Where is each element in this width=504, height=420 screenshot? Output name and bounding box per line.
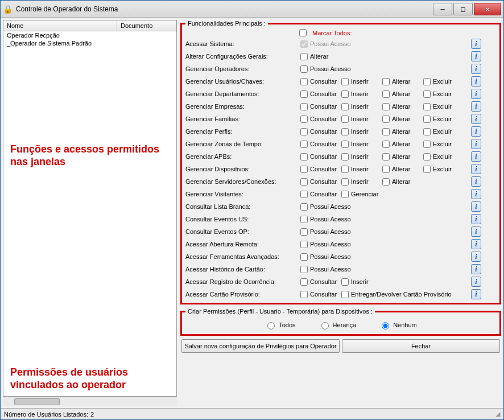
check-inserir[interactable]: Inserir <box>341 166 381 173</box>
info-icon[interactable]: i <box>471 114 481 124</box>
check-inserir[interactable]: Inserir <box>341 78 381 85</box>
info-icon[interactable]: i <box>471 277 481 287</box>
row-label: Acessar Abertura Remota: <box>185 240 299 249</box>
info-icon[interactable]: i <box>471 101 481 112</box>
check-consultar[interactable]: Consultar <box>300 278 340 286</box>
check-possui-acesso[interactable]: Possui Acesso <box>300 228 463 236</box>
check-excluir[interactable]: Excluir <box>423 78 463 85</box>
check-consultar[interactable]: Consultar <box>300 291 340 298</box>
resize-grip-icon[interactable]: ◢ <box>495 410 500 418</box>
check-consultar[interactable]: Consultar <box>300 191 340 198</box>
check-alterar[interactable]: Alterar <box>382 141 422 148</box>
info-icon[interactable]: i <box>471 51 481 61</box>
button-row: Salvar nova configuração de Privilégios … <box>180 339 501 353</box>
maximize-button[interactable]: □ <box>453 3 473 15</box>
list-item[interactable]: Operador Recpção <box>3 31 176 39</box>
right-pane: Funcionalidades Principais : Marcar Todo… <box>180 20 501 406</box>
info-icon[interactable]: i <box>471 89 481 99</box>
info-icon[interactable]: i <box>471 227 481 237</box>
check-possui-acesso[interactable]: Possui Acesso <box>300 203 463 211</box>
check-inserir[interactable]: Inserir <box>341 90 381 98</box>
check-alterar[interactable]: Alterar <box>382 128 422 135</box>
check-excluir[interactable]: Excluir <box>423 153 463 160</box>
check-possui-acesso: Possui Acesso <box>300 40 463 48</box>
check-consultar[interactable]: Consultar <box>300 128 340 135</box>
check-alterar[interactable]: Alterar <box>382 166 422 173</box>
radio-heranca[interactable]: Herança <box>319 320 357 330</box>
check-possui-acesso[interactable]: Possui Acesso <box>300 216 463 223</box>
col-header-documento[interactable]: Documento <box>117 20 176 31</box>
check-inserir[interactable]: Inserir <box>341 103 381 110</box>
list-item[interactable]: _Operador de Sistema Padrão <box>3 39 176 47</box>
horizontal-scrollbar[interactable] <box>3 397 177 406</box>
check-alterar[interactable]: Alterar <box>382 116 422 123</box>
check-alterar[interactable]: Alterar <box>382 178 422 186</box>
info-icon[interactable]: i <box>471 289 481 299</box>
info-icon[interactable]: i <box>471 76 481 87</box>
check-alterar[interactable]: Alterar <box>300 53 463 60</box>
check-consultar[interactable]: Consultar <box>300 90 340 98</box>
check-inserir[interactable]: Inserir <box>341 153 381 160</box>
check-inserir[interactable]: Inserir <box>341 116 381 123</box>
info-icon[interactable]: i <box>471 189 481 199</box>
check-gerenciar[interactable]: Gerenciar <box>341 191 463 198</box>
check-consultar[interactable]: Consultar <box>300 116 340 123</box>
info-icon[interactable]: i <box>471 64 481 74</box>
close-button[interactable]: ✕ <box>474 3 501 15</box>
row-label: Acessar Sistema: <box>185 39 299 48</box>
info-icon[interactable]: i <box>471 39 481 49</box>
check-excluir[interactable]: Excluir <box>423 103 463 110</box>
radio-nenhum[interactable]: Nenhum <box>379 320 417 330</box>
info-icon[interactable]: i <box>471 252 481 262</box>
check-alterar[interactable]: Alterar <box>382 103 422 110</box>
check-inserir[interactable]: Inserir <box>341 141 381 148</box>
close-dialog-button[interactable]: Fechar <box>342 339 500 353</box>
check-inserir[interactable]: Inserir <box>341 178 381 186</box>
check-excluir[interactable]: Excluir <box>423 116 463 123</box>
row-label: Acessar Histórico de Cartão: <box>185 265 299 274</box>
lock-icon: 🔒 <box>3 5 13 14</box>
minimize-button[interactable]: — <box>433 3 452 15</box>
statusbar: Número de Usuários Listados: 2 ◢ <box>1 408 503 419</box>
check-alterar[interactable]: Alterar <box>382 90 422 98</box>
check-consultar[interactable]: Consultar <box>300 141 340 148</box>
check-inserir[interactable]: Inserir <box>341 278 463 286</box>
check-alterar[interactable]: Alterar <box>382 78 422 85</box>
check-entregar-cartao[interactable]: Entregar/Devolver Cartão Provisório <box>341 291 463 298</box>
check-possui-acesso[interactable]: Possui Acesso <box>300 266 463 273</box>
check-consultar[interactable]: Consultar <box>300 178 340 186</box>
save-button[interactable]: Salvar nova configuração de Privilégios … <box>181 339 340 353</box>
operator-list[interactable]: Operador Recpção _Operador de Sistema Pa… <box>3 31 177 397</box>
check-consultar[interactable]: Consultar <box>300 166 340 173</box>
check-excluir[interactable]: Excluir <box>423 90 463 98</box>
check-consultar[interactable]: Consultar <box>300 153 340 160</box>
check-consultar[interactable]: Consultar <box>300 78 340 85</box>
info-icon[interactable]: i <box>471 126 481 137</box>
row-label: Consultar Lista Branca: <box>185 202 299 211</box>
window-title: Controle de Operador do Sistema <box>16 5 432 13</box>
radio-todos[interactable]: Todos <box>265 320 295 330</box>
check-consultar[interactable]: Consultar <box>300 103 340 110</box>
info-icon[interactable]: i <box>471 264 481 274</box>
info-icon[interactable]: i <box>471 176 481 187</box>
info-icon[interactable]: i <box>471 214 481 224</box>
info-icon[interactable]: i <box>471 239 481 249</box>
check-excluir[interactable]: Excluir <box>423 128 463 135</box>
check-excluir[interactable]: Excluir <box>423 166 463 173</box>
check-alterar[interactable]: Alterar <box>382 153 422 160</box>
check-possui-acesso[interactable]: Possui Acesso <box>300 65 463 73</box>
check-possui-acesso[interactable]: Possui Acesso <box>300 253 463 261</box>
annotation-upper: Funções e acessos permitidos nas janelas <box>10 143 170 168</box>
check-possui-acesso[interactable]: Possui Acesso <box>300 241 463 248</box>
info-icon[interactable]: i <box>471 201 481 212</box>
fieldset-funcionalidades-legend: Funcionalidades Principais : <box>185 20 268 27</box>
row-label: Gerenciar Zonas de Tempo: <box>185 139 299 149</box>
row-label: Acessar Cartão Provisório: <box>185 290 299 299</box>
check-excluir[interactable]: Excluir <box>423 141 463 148</box>
info-icon[interactable]: i <box>471 151 481 162</box>
info-icon[interactable]: i <box>471 139 481 149</box>
info-icon[interactable]: i <box>471 164 481 174</box>
col-header-nome[interactable]: Nome <box>3 20 117 31</box>
check-inserir[interactable]: Inserir <box>341 128 381 135</box>
check-marcar-todos[interactable]: Marcar Todos: <box>299 29 352 36</box>
